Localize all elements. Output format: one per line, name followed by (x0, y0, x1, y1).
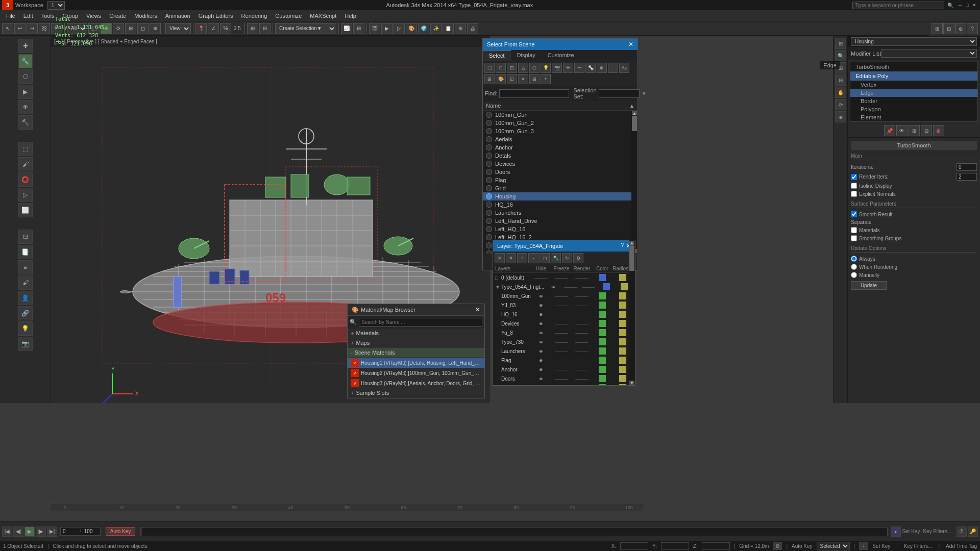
keyword-search[interactable] (852, 2, 944, 9)
box-select-btn[interactable]: ⬜ (18, 203, 33, 217)
layer-100mm-gun[interactable]: 100mm_Gun 👁 ──── ──── (493, 291, 635, 300)
percent-snap[interactable]: % (220, 23, 231, 34)
total-frames-input[interactable] (82, 528, 100, 535)
always-radio[interactable] (851, 256, 857, 262)
make-unique-btn[interactable]: ⊟ (921, 125, 932, 136)
sfs-scroll-thumb[interactable] (632, 116, 637, 131)
key-filters-label[interactable]: Key Filters... (923, 529, 951, 534)
mb-housing1[interactable]: V Housing1 (VRayMtl) [Detals, Housing, L… (348, 358, 484, 368)
menu-rendering[interactable]: Rendering (237, 12, 272, 20)
z-coord-input[interactable] (702, 542, 730, 550)
sfs-radio-left-skew[interactable] (486, 242, 492, 248)
layers-new-btn[interactable]: ✕ (495, 253, 505, 263)
layer-type054a-expand[interactable]: ▼ (495, 284, 500, 290)
mb-materials-section[interactable]: + Materials (348, 329, 484, 338)
sfs-tab-customize[interactable]: Customize (542, 50, 580, 61)
xref-btn[interactable]: 🔗 (18, 306, 33, 320)
smooth-result-check[interactable] (851, 211, 857, 217)
layers-remove-btn[interactable]: - (528, 253, 538, 263)
mb-maps-section[interactable]: + Maps (348, 338, 484, 348)
tr-btn4[interactable]: ? (967, 23, 978, 34)
vp-pan-btn[interactable]: ✋ (835, 87, 846, 98)
sub-edge[interactable]: Edge (850, 89, 977, 97)
sfs-sort-size-btn[interactable]: ⊡ (507, 74, 517, 84)
mb-sample-slots-section[interactable]: + Sample Slots (348, 388, 484, 398)
housing-dropdown[interactable]: Housing (851, 37, 977, 46)
selected-dropdown[interactable]: Selected (817, 542, 850, 550)
populate-btn[interactable]: 👤 (18, 291, 33, 305)
layer-default-color[interactable] (592, 274, 612, 281)
workspace-dropdown[interactable]: 1 (47, 1, 65, 10)
sfs-scrollbar[interactable]: ▲ ▼ (631, 111, 638, 254)
manually-radio[interactable] (851, 272, 857, 278)
vp-zoom-btn[interactable]: 🔍 (835, 50, 846, 61)
addtime-icon-btn[interactable]: + (859, 542, 868, 550)
mb-scene-materials-section[interactable]: - Scene Materials (348, 348, 484, 358)
sfs-particle-btn[interactable]: ⊕ (597, 63, 607, 73)
paint-selection-btn[interactable]: 🖌 (18, 157, 33, 171)
layer-launchers[interactable]: Launchers 👁 ──── ──── (493, 346, 635, 356)
sfs-radio-hq16[interactable] (486, 202, 492, 208)
sfs-item-100mm-gun-2[interactable]: 100mm_Gun_2 (483, 119, 638, 127)
timeline-slider[interactable] (140, 527, 888, 536)
play-btn[interactable]: ▶ (24, 527, 35, 537)
sfs-item-launchers[interactable]: Launchers (483, 209, 638, 217)
reference-btn[interactable]: ⊕ (150, 23, 161, 34)
x-coord-input[interactable] (620, 542, 648, 550)
sfs-radio-100mm-gun-3[interactable] (486, 128, 492, 134)
layer-type054a[interactable]: ▼ Type_054A_Frigt... 👁 ──── ──── (493, 282, 635, 291)
show-end-btn[interactable]: ⊞ (909, 125, 920, 136)
sfs-item-grid[interactable]: Grid (483, 184, 638, 192)
explicit-normals-check[interactable] (851, 191, 857, 197)
mb-search-input[interactable] (359, 318, 482, 327)
sfs-item-left-hq16[interactable]: Left_HQ_16 (483, 225, 638, 233)
autokey-button[interactable]: Auto Key (106, 527, 136, 536)
sfs-item-flag[interactable]: Flag (483, 176, 638, 184)
layers-highlight-btn[interactable]: 🔦 (551, 253, 561, 263)
redo-tool[interactable]: ↪ (27, 23, 38, 34)
minimize-button[interactable]: ─ (957, 2, 964, 9)
layers-add-btn[interactable]: + (517, 253, 527, 263)
sfs-radio-devices[interactable] (486, 161, 492, 167)
sfs-sort-color-btn[interactable]: 🎨 (496, 74, 506, 84)
sfs-radio-detals[interactable] (486, 153, 492, 159)
hierarchy-btn[interactable]: ⬡ (18, 69, 33, 84)
menu-animation[interactable]: Animation (161, 12, 194, 20)
modifier-list-dropdown[interactable] (881, 49, 977, 58)
time-config-btn[interactable]: ⏱ (957, 527, 967, 537)
sfs-sort-type-btn[interactable]: ⊞ (484, 74, 495, 84)
sfs-sort-button[interactable]: ▲ (629, 103, 634, 109)
next-key-btn[interactable]: |▶ (36, 527, 46, 537)
sfs-find-input[interactable] (499, 89, 569, 98)
menu-create[interactable]: Create (105, 12, 130, 20)
sfs-radio-launchers[interactable] (486, 210, 492, 216)
sfs-geo-btn[interactable]: △ (518, 63, 528, 73)
layer-100mm-gun-hide[interactable]: 👁 (531, 293, 551, 299)
layer-devices[interactable]: Devices 👁 ──── ──── (493, 319, 635, 328)
isoline-check[interactable] (851, 183, 857, 189)
layer-doors[interactable]: Doors 👁 ──── ──── (493, 374, 635, 383)
menu-file[interactable]: File (2, 12, 19, 20)
utilities-btn[interactable]: 🔨 (18, 115, 33, 130)
sfs-radio-aerials[interactable] (486, 136, 492, 142)
modify-btn[interactable]: 🔧 (18, 54, 33, 68)
render-iters-check[interactable] (851, 174, 857, 180)
ribbon-btn[interactable]: ≡ (18, 260, 33, 274)
tr-btn1[interactable]: ⊞ (932, 23, 943, 34)
sfs-item-left-hand-drive[interactable]: Left_Hand_Drive (483, 217, 638, 225)
sfs-item-list[interactable]: 100mm_Gun 100mm_Gun_2 100mm_Gun_3 Aerial… (483, 111, 638, 254)
menu-graph-editors[interactable]: Graph Editors (194, 12, 237, 20)
fence-btn[interactable]: ▷ (18, 188, 33, 202)
sfs-radio-anchor[interactable] (486, 144, 492, 151)
iterations-input[interactable] (957, 163, 977, 171)
layer-hq16[interactable]: HQ_16 👁 ──── ──── (493, 310, 635, 319)
sfs-item-100mm-gun-3[interactable]: 100mm_Gun_3 (483, 127, 638, 135)
render-enviro[interactable]: 🌍 (418, 23, 429, 34)
layer-default-expand[interactable]: □ (495, 275, 500, 281)
add-time-tag-label[interactable]: Add Time Tag (946, 543, 977, 549)
vp-maximize-btn[interactable]: ⊞ (835, 38, 846, 49)
sfs-radio-flag[interactable] (486, 177, 492, 183)
tr-btn3[interactable]: ⊕ (955, 23, 966, 34)
layer-type054a-render[interactable]: ──── (580, 284, 598, 290)
vp-field-of-view-btn[interactable]: ◈ (835, 111, 846, 122)
